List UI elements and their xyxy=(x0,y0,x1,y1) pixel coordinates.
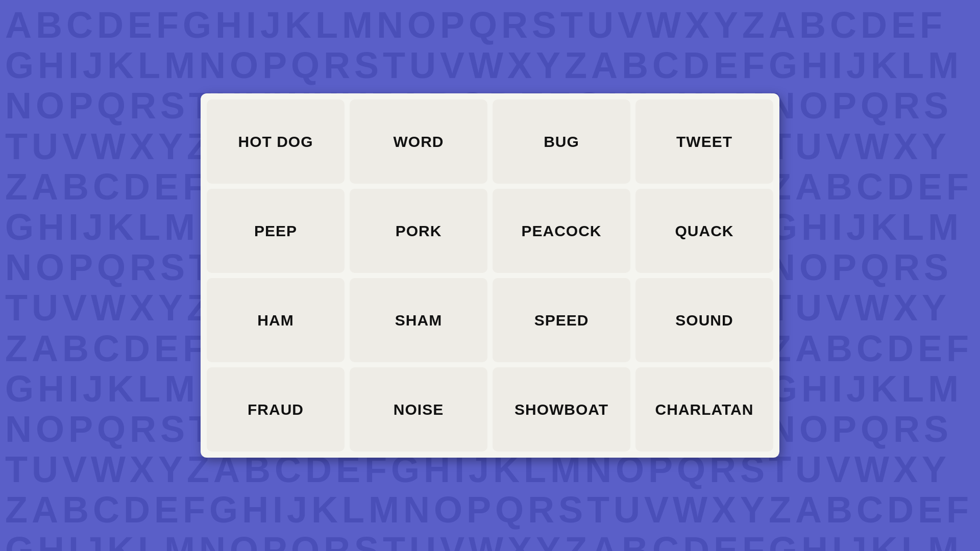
word-card-showboat[interactable]: SHOWBOAT xyxy=(493,367,630,452)
word-label: HOT DOG xyxy=(238,133,313,151)
word-card-pork[interactable]: PORK xyxy=(350,189,487,273)
word-label: BUG xyxy=(544,133,579,151)
word-card-sham[interactable]: SHAM xyxy=(350,278,487,362)
word-label: TWEET xyxy=(676,133,732,151)
word-card-fraud[interactable]: FRAUD xyxy=(207,367,345,452)
word-label: NOISE xyxy=(394,401,444,418)
word-label: SHOWBOAT xyxy=(514,401,608,418)
word-card-ham[interactable]: HAM xyxy=(207,278,345,362)
word-card-bug[interactable]: BUG xyxy=(493,99,630,184)
word-label: SPEED xyxy=(534,312,589,329)
word-card-peep[interactable]: PEEP xyxy=(207,189,345,273)
word-card-quack[interactable]: QUACK xyxy=(635,189,773,273)
word-grid: HOT DOGWORDBUGTWEETPEEPPORKPEACOCKQUACKH… xyxy=(201,93,779,458)
word-label: PORK xyxy=(396,222,442,240)
word-card-word[interactable]: WORD xyxy=(350,99,487,184)
word-label: WORD xyxy=(394,133,444,151)
word-card-speed[interactable]: SPEED xyxy=(493,278,630,362)
word-card-sound[interactable]: SOUND xyxy=(635,278,773,362)
word-card-noise[interactable]: NOISE xyxy=(350,367,487,452)
word-label: FRAUD xyxy=(248,401,304,418)
word-label: QUACK xyxy=(675,222,734,240)
word-card-hot-dog[interactable]: HOT DOG xyxy=(207,99,345,184)
word-card-tweet[interactable]: TWEET xyxy=(635,99,773,184)
word-label: CHARLATAN xyxy=(655,401,754,418)
word-label: PEACOCK xyxy=(521,222,601,240)
word-card-peacock[interactable]: PEACOCK xyxy=(493,189,630,273)
word-label: HAM xyxy=(257,312,293,329)
word-label: SOUND xyxy=(675,312,733,329)
word-card-charlatan[interactable]: CHARLATAN xyxy=(635,367,773,452)
word-label: PEEP xyxy=(254,222,297,240)
word-label: SHAM xyxy=(395,312,442,329)
